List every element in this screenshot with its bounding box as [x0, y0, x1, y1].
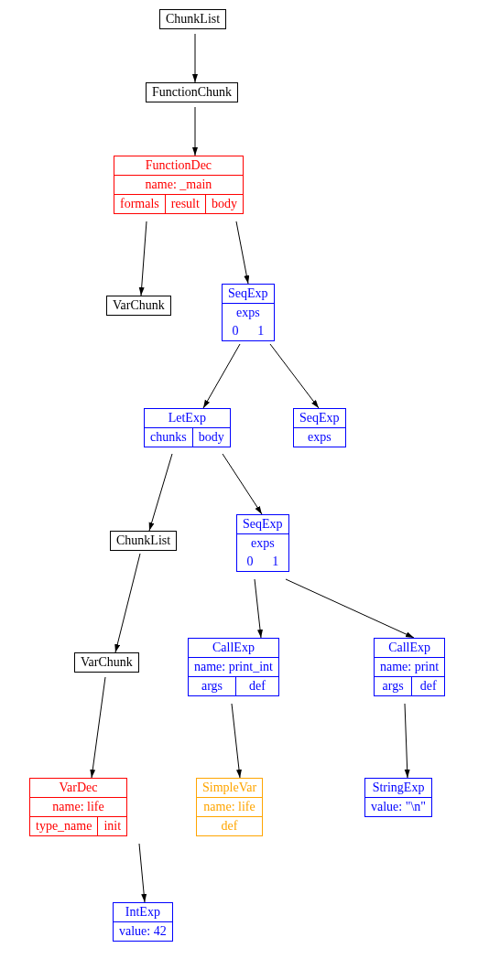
svg-line-3 [236, 221, 248, 284]
node-attr-name: name: print [375, 658, 444, 676]
node-port-1: 1 [248, 322, 274, 340]
node-title: SeqExp [294, 409, 345, 427]
node-attr-exps: exps [294, 428, 345, 447]
node-title: VarChunk [75, 653, 138, 672]
node-port-init: init [98, 817, 126, 835]
node-port-body: body [206, 195, 243, 213]
node-attr-name: name: life [30, 798, 126, 816]
node-letexp: LetExp chunks body [144, 408, 231, 447]
svg-line-13 [405, 704, 408, 778]
svg-line-4 [203, 344, 240, 408]
node-attr-name: name: print_int [189, 658, 278, 676]
svg-line-2 [141, 221, 147, 296]
svg-line-8 [115, 554, 140, 652]
node-varchunk-2: VarChunk [74, 652, 139, 673]
node-title: SeqExp [237, 515, 288, 533]
svg-line-6 [149, 454, 172, 531]
node-stringexp: StringExp value: "\n" [364, 778, 432, 817]
node-title: ChunkList [111, 532, 176, 550]
node-attr-value: value: 42 [114, 922, 172, 941]
node-title: CallExp [375, 639, 444, 657]
node-attr-exps: exps [237, 534, 288, 553]
node-title: VarChunk [107, 296, 170, 315]
node-port-def: def [236, 677, 278, 695]
node-attr-value: value: "\n" [365, 798, 431, 816]
node-callexp-2: CallExp name: print args def [374, 638, 445, 696]
node-attr-name: name: life [197, 798, 262, 816]
svg-line-9 [255, 579, 261, 638]
svg-line-5 [270, 344, 319, 408]
node-attr-exps: exps [223, 304, 274, 322]
svg-line-12 [232, 704, 240, 778]
node-port-0: 0 [237, 553, 263, 571]
node-port-args: args [375, 677, 412, 695]
node-port-formals: formals [114, 195, 166, 213]
node-port-args: args [189, 677, 236, 695]
node-port-body: body [193, 428, 230, 447]
svg-line-14 [139, 844, 145, 902]
node-title: StringExp [365, 779, 431, 797]
ast-diagram: ChunkList FunctionChunk FunctionDec name… [0, 0, 500, 980]
node-port-0: 0 [223, 322, 248, 340]
node-chunklist-1: ChunkList [159, 9, 226, 29]
node-port-result: result [166, 195, 206, 213]
node-title: FunctionChunk [147, 83, 237, 102]
node-seqexp-1: SeqExp exps 0 1 [222, 284, 275, 341]
node-attr-name: name: _main [114, 176, 243, 194]
node-port-def: def [197, 817, 262, 835]
node-port-1: 1 [263, 553, 288, 571]
node-title: IntExp [114, 903, 172, 921]
node-title: SeqExp [223, 285, 274, 303]
svg-line-11 [92, 677, 105, 778]
node-callexp-1: CallExp name: print_int args def [188, 638, 279, 696]
node-title: LetExp [145, 409, 230, 427]
node-port-def: def [412, 677, 444, 695]
node-intexp: IntExp value: 42 [113, 902, 173, 942]
node-varchunk-1: VarChunk [106, 296, 171, 316]
node-title: VarDec [30, 779, 126, 797]
node-title: CallExp [189, 639, 278, 657]
node-port-chunks: chunks [145, 428, 193, 447]
node-seqexp-3: SeqExp exps 0 1 [236, 514, 289, 572]
node-title: SimpleVar [197, 779, 262, 797]
node-port-typename: type_name [30, 817, 98, 835]
node-title: ChunkList [160, 10, 225, 28]
node-functionchunk: FunctionChunk [146, 82, 238, 102]
node-chunklist-2: ChunkList [110, 531, 177, 551]
node-seqexp-2: SeqExp exps [293, 408, 346, 447]
node-functiondec: FunctionDec name: _main formals result b… [114, 156, 244, 214]
node-simplevar: SimpleVar name: life def [196, 778, 263, 836]
node-vardec: VarDec name: life type_name init [29, 778, 127, 836]
node-title: FunctionDec [114, 156, 243, 175]
svg-line-10 [286, 579, 414, 638]
svg-line-7 [223, 454, 262, 514]
